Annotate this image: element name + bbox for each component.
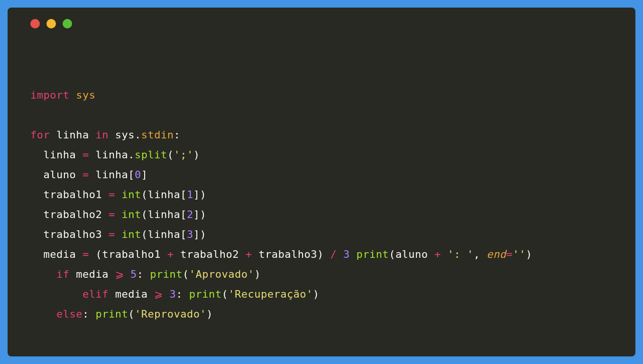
code-token: =: [109, 209, 115, 220]
code-token: .: [128, 149, 135, 161]
code-token: (: [89, 248, 102, 260]
code-token: trabalho2: [180, 248, 239, 260]
code-token: [441, 248, 448, 260]
code-token: ⩾: [115, 268, 124, 280]
code-token: ): [254, 268, 261, 280]
code-token: (: [141, 209, 148, 220]
code-token: '': [513, 248, 526, 260]
code-token: =: [109, 228, 115, 240]
code-token: linha: [147, 228, 180, 240]
code-token: [30, 209, 44, 220]
code-token: [30, 308, 56, 320]
code-token: [30, 189, 44, 200]
code-token: 'Aprovado': [189, 268, 254, 280]
code-token: ': ': [448, 248, 474, 260]
code-token: 3: [169, 288, 176, 300]
code-token: 'Reprovado': [135, 308, 206, 320]
code-token: [252, 248, 258, 260]
code-token: +: [246, 248, 252, 260]
code-token: linha: [95, 149, 128, 161]
code-token: (: [183, 268, 189, 280]
code-token: 5: [130, 268, 137, 280]
code-token: 0: [135, 169, 141, 181]
code-line: media = (trabalho1 + trabalho2 + trabalh…: [30, 245, 613, 264]
code-token: [76, 248, 83, 260]
code-token: (: [221, 288, 228, 300]
code-token: trabalho1: [44, 189, 102, 200]
code-token: ): [206, 308, 213, 320]
minimize-icon[interactable]: [46, 19, 56, 28]
code-token: [69, 268, 76, 280]
code-token: aluno: [395, 248, 428, 260]
code-token: ]): [193, 228, 207, 240]
code-token: [147, 288, 154, 300]
code-token: split: [135, 149, 167, 161]
code-line: trabalho1 = int(linha[1]): [30, 185, 613, 205]
code-token: (: [167, 149, 174, 161]
code-token: [76, 149, 83, 161]
code-token: :: [176, 288, 189, 300]
code-token: [: [180, 189, 187, 200]
code-token: aluno: [44, 169, 76, 181]
code-token: [115, 189, 122, 200]
code-line: elif media ⩾ 3: print('Recuperação'): [30, 284, 613, 304]
code-token: [69, 89, 76, 101]
code-token: +: [434, 248, 441, 260]
code-token: int: [121, 209, 141, 220]
code-token: [428, 248, 435, 260]
code-token: if: [56, 268, 70, 280]
code-token: [: [180, 228, 187, 240]
code-token: [30, 288, 83, 300]
code-token: 'Recuperação': [228, 288, 313, 300]
code-token: [102, 209, 109, 220]
code-token: [115, 228, 122, 240]
code-token: ]): [193, 209, 207, 220]
code-token: in: [95, 129, 109, 141]
code-token: =: [109, 189, 115, 200]
code-token: for: [30, 129, 50, 141]
zoom-icon[interactable]: [63, 19, 72, 28]
code-token: linha: [56, 129, 89, 141]
code-token: end: [487, 248, 506, 260]
code-token: ⩾: [154, 288, 163, 300]
code-token: =: [83, 248, 89, 260]
code-line: import sys: [30, 85, 613, 105]
code-token: :: [83, 308, 96, 320]
code-token: (: [389, 248, 395, 260]
code-token: [239, 248, 246, 260]
code-line: aluno = linha[0]: [30, 165, 613, 185]
code-token: ): [526, 248, 533, 260]
code-token: [89, 129, 96, 141]
code-token: media: [44, 248, 76, 260]
code-token: ]: [141, 169, 148, 181]
code-token: trabalho1: [102, 248, 161, 260]
code-token: trabalho3: [258, 248, 317, 260]
code-token: media: [115, 288, 148, 300]
code-token: print: [356, 248, 389, 260]
traffic-lights: [30, 19, 72, 28]
code-token: [30, 149, 44, 161]
code-token: print: [150, 268, 183, 280]
code-token: =: [83, 149, 89, 161]
code-token: +: [167, 248, 174, 260]
code-token: [161, 248, 167, 260]
code-token: [115, 209, 122, 220]
code-token: 3: [187, 228, 193, 240]
code-token: linha: [95, 169, 128, 181]
code-token: [: [128, 169, 135, 181]
code-token: [76, 169, 83, 181]
code-line: for linha in sys.stdin:: [30, 125, 613, 145]
code-token: 1: [187, 189, 193, 200]
code-line: [30, 105, 613, 125]
code-token: else: [56, 308, 83, 320]
code-token: int: [121, 189, 141, 200]
code-token: [102, 228, 109, 240]
code-token: sys: [115, 129, 135, 141]
code-token: stdin: [141, 129, 174, 141]
code-block: import sys for linha in sys.stdin: linha…: [30, 85, 613, 324]
code-line: linha = linha.split(';'): [30, 145, 613, 165]
close-icon[interactable]: [30, 19, 40, 28]
code-token: ';': [174, 149, 193, 161]
code-token: [124, 268, 130, 280]
code-token: =: [83, 169, 89, 181]
